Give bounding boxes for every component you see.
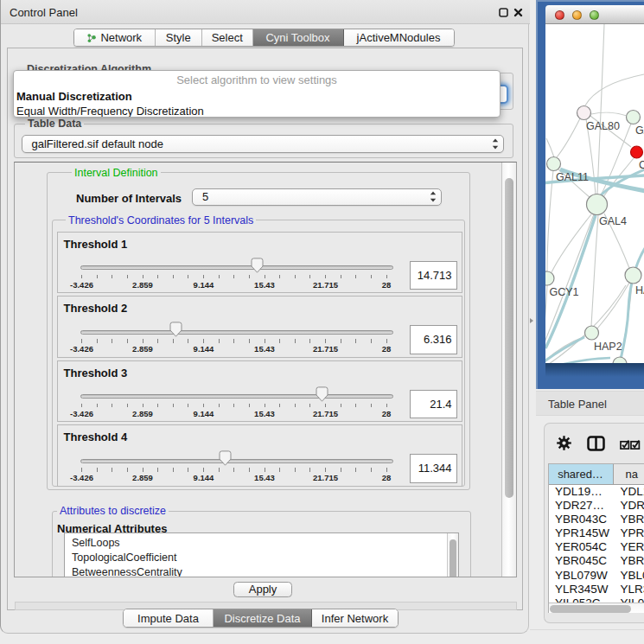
settings-scrollbar-thumb[interactable]: [505, 178, 513, 498]
cell-name[interactable]: YBR0: [614, 513, 644, 526]
cell-name[interactable]: YDL1: [614, 485, 644, 499]
tab-style[interactable]: Style: [156, 29, 203, 46]
attribute-list-item[interactable]: BetweennessCentrality: [65, 565, 458, 578]
network-window-titlebar[interactable]: [545, 5, 644, 24]
table-row[interactable]: YDR27…YDR2: [549, 499, 644, 513]
cell-shared-name[interactable]: YBR045C: [549, 554, 614, 568]
cell-shared-name[interactable]: YPR145W: [549, 526, 614, 540]
table-row[interactable]: YER054CYER0: [549, 540, 644, 554]
cell-shared-name[interactable]: YBL079W: [549, 569, 614, 583]
tab-discretize-data[interactable]: Discretize Data: [214, 609, 312, 627]
settings-scrollbar[interactable]: [501, 163, 516, 577]
slider-tick: [173, 404, 174, 408]
table-row[interactable]: YBL079WYBL0: [549, 569, 644, 583]
table-header-name[interactable]: na: [614, 464, 644, 485]
cell-shared-name[interactable]: YER054C: [549, 540, 614, 554]
network-node[interactable]: [627, 111, 641, 124]
cell-name[interactable]: YER0: [614, 540, 644, 554]
dropdown-prompt-item[interactable]: Select algorithm to view settings: [14, 71, 500, 88]
right-window-bottom-edge: [530, 629, 644, 630]
cell-name[interactable]: YPR1: [614, 526, 644, 540]
network-node[interactable]: [587, 194, 608, 215]
number-of-intervals-combobox[interactable]: 5: [192, 188, 442, 206]
network-edge[interactable]: [620, 248, 644, 363]
close-traffic-light[interactable]: [555, 10, 564, 20]
table-row[interactable]: YLR345WYLR3: [549, 583, 644, 596]
slider-thumb[interactable]: [251, 258, 264, 273]
cell-name[interactable]: YBR0: [614, 554, 644, 568]
table-row[interactable]: YBR043CYBR0: [549, 513, 644, 526]
network-node[interactable]: [545, 271, 554, 285]
network-edge[interactable]: [591, 214, 598, 326]
network-edge[interactable]: [557, 118, 580, 157]
tab-select[interactable]: Select: [202, 29, 253, 46]
network-edge[interactable]: [597, 283, 629, 328]
table-data-combobox[interactable]: galFiltered.sif default node: [22, 135, 505, 153]
slider-tick: [97, 468, 98, 472]
minimize-traffic-light[interactable]: [572, 10, 582, 20]
network-edge[interactable]: [547, 170, 553, 271]
dropdown-option[interactable]: Manual Discretization: [14, 88, 500, 104]
zoom-traffic-light[interactable]: [590, 10, 599, 20]
cell-shared-name[interactable]: YBR043C: [549, 513, 614, 526]
cell-shared-name[interactable]: YLR345W: [549, 583, 614, 596]
slider-thumb[interactable]: [169, 322, 182, 337]
network-node[interactable]: [577, 106, 591, 120]
tab-jactivemnodules[interactable]: jActiveMNodules: [344, 29, 454, 46]
cell-shared-name[interactable]: YDR27…: [549, 499, 614, 513]
attribute-list-item[interactable]: TopologicalCoefficient: [65, 551, 458, 565]
apply-button[interactable]: Apply: [233, 582, 292, 597]
slider-tick: [265, 404, 265, 408]
slider-thumb[interactable]: [316, 386, 328, 402]
attribute-list-item[interactable]: SelfLoops: [65, 536, 458, 551]
network-edge[interactable]: [591, 112, 627, 116]
gear-icon[interactable]: [557, 436, 571, 450]
network-edge[interactable]: [597, 24, 604, 194]
network-edge[interactable]: [546, 138, 554, 157]
table-row[interactable]: YBR045CYBR0: [549, 554, 644, 568]
attributes-list-scrollbar-thumb[interactable]: [450, 539, 457, 578]
slider-tick: [157, 404, 158, 408]
cell-shared-name[interactable]: YDL19…: [549, 485, 614, 499]
tab-network[interactable]: Network: [74, 29, 156, 46]
threshold-value-field[interactable]: 6.316: [410, 325, 457, 354]
slider-thumb[interactable]: [219, 450, 232, 466]
close-icon[interactable]: [513, 8, 523, 17]
dropdown-option[interactable]: Equal Width/Frequency Discretization: [14, 104, 500, 118]
threshold-value-field[interactable]: 11.344: [410, 454, 457, 483]
tab-cyni-toolbox[interactable]: Cyni Toolbox: [253, 29, 344, 46]
window-title: Control Panel: [10, 6, 78, 19]
split-divider-arrow-icon[interactable]: [530, 318, 533, 323]
threshold-value-field[interactable]: 14.713: [410, 261, 457, 290]
slider-track[interactable]: [80, 459, 393, 463]
table-horizontal-scrollbar[interactable]: [549, 603, 644, 613]
network-node[interactable]: [613, 357, 627, 363]
tab-impute-data[interactable]: Impute Data: [124, 609, 214, 627]
slider-track[interactable]: [80, 265, 393, 270]
network-edge[interactable]: [545, 337, 584, 363]
tab-infer-network[interactable]: Infer Network: [312, 609, 398, 627]
network-node[interactable]: [585, 326, 599, 340]
checkbox-checked-icon[interactable]: [630, 439, 641, 450]
network-node[interactable]: [625, 267, 641, 284]
slider-track[interactable]: [80, 330, 393, 335]
threshold-value-field[interactable]: 21.4: [410, 390, 457, 419]
table-header-shared-name[interactable]: shared…: [549, 464, 614, 485]
cell-name[interactable]: YDR2: [614, 499, 644, 513]
float-window-icon[interactable]: [499, 8, 508, 17]
network-canvas[interactable]: GAL80GACGAL11GAL4GCY1HAHAP2: [545, 24, 644, 363]
slider-track[interactable]: [80, 394, 393, 399]
table-row[interactable]: YPR145WYPR1: [549, 526, 644, 540]
cell-name[interactable]: YBL0: [614, 569, 644, 583]
network-edge[interactable]: [585, 74, 644, 105]
cell-name[interactable]: YLR3: [614, 583, 644, 596]
attributes-list-scrollbar[interactable]: [447, 533, 458, 578]
attributes-group-title: Attributes to discretize: [57, 505, 169, 517]
network-node[interactable]: [547, 157, 561, 171]
network-node[interactable]: [631, 146, 643, 158]
numerical-attributes-list[interactable]: SelfLoopsTopologicalCoefficientBetweenne…: [64, 532, 459, 578]
checkbox-checked-icon[interactable]: [620, 439, 630, 450]
table-row[interactable]: YDL19…YDL1: [549, 485, 644, 499]
columns-icon[interactable]: [587, 436, 605, 451]
table-horizontal-scrollbar-thumb[interactable]: [550, 605, 631, 613]
